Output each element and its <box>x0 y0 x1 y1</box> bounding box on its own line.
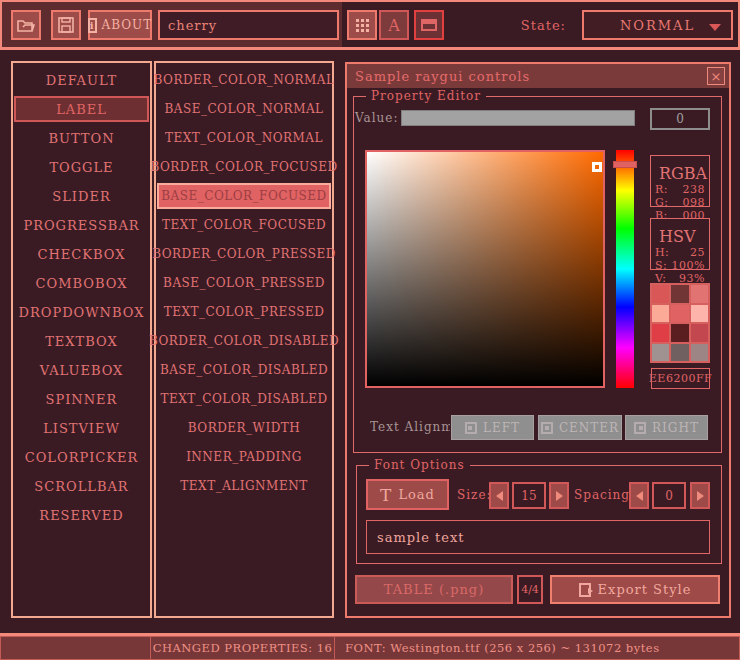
spacing-decrement-button[interactable] <box>629 482 649 509</box>
control-item-toggle[interactable]: TOGGLE <box>14 154 149 180</box>
color-picker-panel[interactable] <box>365 150 605 388</box>
about-button[interactable]: i ABOUT <box>88 10 152 40</box>
r-label: R: <box>655 183 668 196</box>
control-item-default[interactable]: DEFAULT <box>14 67 149 93</box>
control-item-listview[interactable]: LISTVIEW <box>14 415 149 441</box>
hex-color-value: EE6200FF <box>649 372 712 385</box>
value-box[interactable]: 0 <box>650 108 710 130</box>
control-item-colorpicker[interactable]: COLORPICKER <box>14 444 149 470</box>
save-style-button[interactable] <box>51 10 81 40</box>
palette-swatch-8[interactable] <box>691 324 708 342</box>
align-left-button[interactable]: LEFT <box>451 415 534 440</box>
close-icon: × <box>711 69 722 84</box>
palette-swatch-4[interactable] <box>671 305 688 323</box>
rgba-title: RGBA <box>655 164 711 183</box>
palette-swatch-1[interactable] <box>671 285 688 303</box>
hsv-group: HSV H: 25 S: 100% V: 93% <box>650 218 710 270</box>
control-item-slider[interactable]: SLIDER <box>14 183 149 209</box>
hue-bar[interactable] <box>616 150 634 388</box>
property-item-border_color_normal[interactable]: BORDER_COLOR_NORMAL <box>157 67 331 93</box>
align-right-button[interactable]: RIGHT <box>625 415 708 440</box>
window-close-button[interactable]: × <box>707 67 725 85</box>
property-item-base_color_pressed[interactable]: BASE_COLOR_PRESSED <box>157 270 331 296</box>
control-item-reserved[interactable]: RESERVED <box>14 502 149 528</box>
property-editor-title: Property Editor <box>366 88 486 104</box>
state-dropdown-value: NORMAL <box>620 18 695 33</box>
hex-color-box[interactable]: EE6200FF <box>651 368 710 389</box>
triangle-right-icon <box>556 491 563 501</box>
sample-text: sample text <box>377 530 465 545</box>
status-changed-properties: CHANGED PROPERTIES: 16 <box>151 636 335 660</box>
control-item-textbox[interactable]: TEXTBOX <box>14 328 149 354</box>
hsv-row-h[interactable]: H: 25 <box>655 246 705 259</box>
property-item-border_color_pressed[interactable]: BORDER_COLOR_PRESSED <box>157 241 331 267</box>
spacing-value-box[interactable]: 0 <box>652 482 686 509</box>
window-titlebar[interactable]: Sample raygui controls <box>347 64 729 88</box>
property-item-text_color_normal[interactable]: TEXT_COLOR_NORMAL <box>157 125 331 151</box>
export-style-button[interactable]: Export Style <box>550 575 720 604</box>
palette-swatch-11[interactable] <box>691 344 708 362</box>
property-item-border_color_disabled[interactable]: BORDER_COLOR_DISABLED <box>157 328 331 354</box>
sample-window-toggle-button[interactable] <box>414 10 444 40</box>
palette-swatch-7[interactable] <box>671 324 688 342</box>
control-item-dropdownbox[interactable]: DROPDOWNBOX <box>14 299 149 325</box>
sample-text-box[interactable]: sample text <box>366 520 710 554</box>
control-item-button[interactable]: BUTTON <box>14 125 149 151</box>
value-slider[interactable] <box>401 110 635 126</box>
palette-swatch-6[interactable] <box>652 324 669 342</box>
font-load-label: Load <box>398 487 435 502</box>
value-box-text: 0 <box>676 112 684 126</box>
window-icon <box>421 19 437 31</box>
rgba-row-g[interactable]: G: 098 <box>655 196 705 209</box>
color-picker-cursor[interactable] <box>592 162 602 172</box>
property-item-base_color_focused[interactable]: BASE_COLOR_FOCUSED <box>157 183 331 209</box>
font-load-button[interactable]: T Load <box>366 479 449 510</box>
control-item-label[interactable]: LABEL <box>14 96 149 122</box>
text-t-icon: T <box>380 485 392 505</box>
rgba-row-r[interactable]: R: 238 <box>655 183 705 196</box>
property-item-text_color_pressed[interactable]: TEXT_COLOR_PRESSED <box>157 299 331 325</box>
size-value-box[interactable]: 15 <box>512 482 546 509</box>
palette-swatch-2[interactable] <box>691 285 708 303</box>
hsv-row-s[interactable]: S: 100% <box>655 259 705 272</box>
style-name-input[interactable] <box>158 10 339 40</box>
open-style-button[interactable] <box>11 10 41 40</box>
palette-swatch-9[interactable] <box>652 344 669 362</box>
property-item-border_width[interactable]: BORDER_WIDTH <box>157 415 331 441</box>
rguistyler-app: i ABOUT A State: NORMAL DEFAULTLABELBUTT… <box>0 0 740 660</box>
palette-swatch-0[interactable] <box>652 285 669 303</box>
palette-swatch-3[interactable] <box>652 305 669 323</box>
property-item-base_color_disabled[interactable]: BASE_COLOR_DISABLED <box>157 357 331 383</box>
control-item-progressbar[interactable]: PROGRESSBAR <box>14 212 149 238</box>
palette-swatch-10[interactable] <box>671 344 688 362</box>
control-item-scrollbar[interactable]: SCROLLBAR <box>14 473 149 499</box>
property-item-border_color_focused[interactable]: BORDER_COLOR_FOCUSED <box>157 154 331 180</box>
align-center-button[interactable]: CENTER <box>538 415 622 440</box>
value-label: Value: <box>355 110 398 126</box>
table-view-button[interactable] <box>347 10 377 40</box>
size-increment-button[interactable] <box>549 482 569 509</box>
property-item-base_color_normal[interactable]: BASE_COLOR_NORMAL <box>157 96 331 122</box>
hue-slider-handle[interactable] <box>613 161 637 168</box>
control-item-checkbox[interactable]: CHECKBOX <box>14 241 149 267</box>
control-item-combobox[interactable]: COMBOBOX <box>14 270 149 296</box>
size-decrement-button[interactable] <box>489 482 509 509</box>
h-value: 25 <box>690 246 705 259</box>
state-dropdown[interactable]: NORMAL <box>582 10 733 40</box>
align-right-label: RIGHT <box>652 421 699 435</box>
property-item-text_alignment[interactable]: TEXT_ALIGNMENT <box>157 473 331 499</box>
palette-swatch-5[interactable] <box>691 305 708 323</box>
control-item-valuebox[interactable]: VALUEBOX <box>14 357 149 383</box>
table-png-button[interactable]: TABLE (.png) <box>355 575 513 604</box>
property-item-text_color_disabled[interactable]: TEXT_COLOR_DISABLED <box>157 386 331 412</box>
font-settings-button[interactable]: A <box>379 10 409 40</box>
property-item-text_color_focused[interactable]: TEXT_COLOR_FOCUSED <box>157 212 331 238</box>
size-value: 15 <box>521 489 536 503</box>
align-left-icon <box>465 422 477 434</box>
property-item-inner_padding[interactable]: INNER_PADDING <box>157 444 331 470</box>
spacing-increment-button[interactable] <box>690 482 710 509</box>
control-item-spinner[interactable]: SPINNER <box>14 386 149 412</box>
align-left-label: LEFT <box>483 421 520 435</box>
font-info-text: FONT: Westington.ttf (256 x 256) ~ 13107… <box>345 641 660 655</box>
table-pages-box[interactable]: 4/4 <box>517 575 543 604</box>
